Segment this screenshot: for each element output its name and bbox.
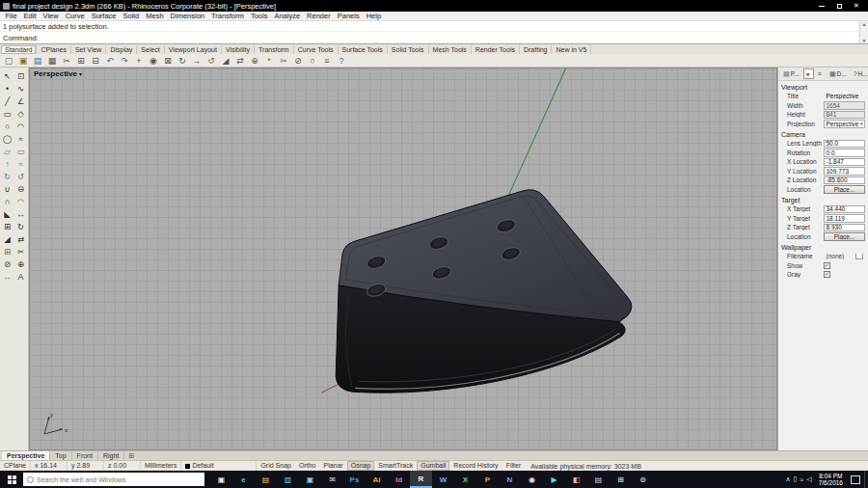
restore-button[interactable] xyxy=(830,0,848,12)
palette-tool-scale[interactable]: ◢ xyxy=(1,233,14,245)
toolbar-button-pan[interactable]: + xyxy=(132,55,146,67)
taskbar-app-paint[interactable]: ◧ xyxy=(565,471,587,488)
target-place-button[interactable]: Place... xyxy=(824,232,865,241)
toolbar-button-zoom-extents[interactable]: ⊠ xyxy=(161,55,175,67)
toolbar-button-trim[interactable]: ✂ xyxy=(277,55,290,67)
menu-item-curve[interactable]: Curve xyxy=(62,12,88,21)
palette-tool-circle[interactable]: ○ xyxy=(1,121,14,132)
toolbar-tab-new-in-v5[interactable]: New in V5 xyxy=(552,45,591,54)
palette-tool-chamfer[interactable]: ◣ xyxy=(1,208,14,220)
tray-icon-volume[interactable]: ◁ xyxy=(806,475,811,483)
palette-tool-mirror[interactable]: ⇄ xyxy=(14,233,27,245)
toolbar-button-mirror[interactable]: ⇄ xyxy=(233,55,247,67)
toolbar-button-hide[interactable]: ○ xyxy=(306,55,319,67)
toolbar-tab-curve-tools[interactable]: Curve Tools xyxy=(294,45,339,54)
menu-item-transform[interactable]: Transform xyxy=(208,12,248,21)
toolbar-tab-surface-tools[interactable]: Surface Tools xyxy=(339,45,388,54)
toolbar-tab-drafting[interactable]: Drafting xyxy=(520,45,553,54)
toolbar-button-layer-tools[interactable]: ≡ xyxy=(320,55,334,67)
units-indicator[interactable]: Millimeters xyxy=(141,461,181,471)
palette-tool-boolean-intersection[interactable]: ∩ xyxy=(1,196,14,207)
palette-tool-boolean-union[interactable]: ∪ xyxy=(1,183,14,195)
menu-item-mesh[interactable]: Mesh xyxy=(143,12,167,21)
palette-tool-select[interactable]: ↖ xyxy=(1,70,14,82)
viewport-canvas[interactable] xyxy=(30,68,776,449)
panel-tab-layers[interactable]: ≡ xyxy=(815,68,826,79)
toolbar-tab-viewport-layout[interactable]: Viewport Layout xyxy=(165,45,222,54)
taskbar-app-media-player[interactable]: ▶ xyxy=(543,471,565,488)
menu-item-edit[interactable]: Edit xyxy=(20,12,40,21)
toolbar-button-new-file[interactable]: ▢ xyxy=(2,55,15,67)
toolbar-button-redo[interactable]: ↷ xyxy=(118,55,131,67)
toolbar-button-scale[interactable]: ◢ xyxy=(219,55,232,67)
action-center-icon[interactable] xyxy=(851,475,860,484)
tray-icon-network[interactable]: ≈ xyxy=(800,476,803,483)
menu-item-view[interactable]: View xyxy=(40,12,62,21)
taskbar-app-store[interactable]: ▥ xyxy=(277,471,299,488)
menu-item-render[interactable]: Render xyxy=(304,12,335,21)
status-toggle-ortho[interactable]: Ortho xyxy=(295,461,320,471)
palette-tool-arc[interactable]: ◠ xyxy=(14,121,27,132)
cplane-selector[interactable]: CPlane xyxy=(0,461,31,471)
palette-tool-fillet[interactable]: ◠ xyxy=(14,196,27,207)
menu-item-help[interactable]: Help xyxy=(363,12,384,21)
palette-tool-boolean-difference[interactable]: ⊖ xyxy=(14,183,27,195)
start-button[interactable] xyxy=(0,471,23,488)
palette-tool-copy-object[interactable]: ⊞ xyxy=(1,221,14,232)
status-toggle-smarttrack[interactable]: SmartTrack xyxy=(374,461,417,471)
layer-indicator[interactable]: Default xyxy=(181,461,257,471)
toolbar-tab-standard[interactable]: Standard xyxy=(1,45,37,54)
toolbar-button-help[interactable]: ? xyxy=(335,55,348,67)
toolbar-button-zoom-window[interactable]: ◉ xyxy=(147,55,160,67)
search-input[interactable] xyxy=(37,476,201,483)
menu-item-analyze[interactable]: Analyze xyxy=(271,12,304,21)
toolbar-tab-render-tools[interactable]: Render Tools xyxy=(472,45,520,54)
toolbar-tab-cplanes[interactable]: CPlanes xyxy=(37,45,70,54)
palette-tool-ellipse[interactable]: ◯ xyxy=(1,133,14,145)
palette-tool-trim[interactable]: ✂ xyxy=(14,246,27,258)
scroll-up-icon[interactable]: ▲ xyxy=(862,21,867,27)
palette-tool-plane[interactable]: ▭ xyxy=(14,146,27,157)
palette-tool-select-window[interactable]: ⊡ xyxy=(14,70,27,82)
taskbar-app-onenote[interactable]: N xyxy=(499,471,521,488)
palette-tool-array[interactable]: ⊞ xyxy=(1,246,14,258)
taskbar-app-calculator[interactable]: ⊞ xyxy=(610,471,632,488)
tray-icon-hidden-icons[interactable]: ∧ xyxy=(785,475,790,483)
lens-length-input[interactable]: 50.0 xyxy=(824,140,865,149)
taskbar-app-settings[interactable]: ⊙ xyxy=(632,471,654,488)
toolbar-button-undo[interactable]: ↶ xyxy=(103,55,117,67)
taskbar-app-task-view[interactable]: ▣ xyxy=(210,471,232,488)
toolbar-button-move[interactable]: → xyxy=(190,55,203,67)
palette-tool-surface[interactable]: ▱ xyxy=(1,146,14,157)
toolbar-tab-select[interactable]: Select xyxy=(137,45,164,54)
close-button[interactable]: ✕ xyxy=(848,0,865,12)
viewport-tab-perspective[interactable]: Perspective xyxy=(2,451,50,461)
panel-tab-help[interactable]: ? H... xyxy=(851,68,868,79)
status-toggle-planar[interactable]: Planar xyxy=(319,461,346,471)
toolbar-button-rotate-view[interactable]: ↻ xyxy=(176,55,189,67)
toolbar-tab-set-view[interactable]: Set View xyxy=(71,45,107,54)
taskbar-app-illustrator[interactable]: Ai xyxy=(366,471,388,488)
tray-icon-battery[interactable]: ▯ xyxy=(794,475,798,483)
taskbar-app-notepad[interactable]: ▤ xyxy=(587,471,610,488)
palette-tool-dimension[interactable]: ↔ xyxy=(1,271,14,283)
projection-dropdown[interactable]: Perspective ▾ xyxy=(824,120,865,128)
rotation-input[interactable]: 0.0 xyxy=(824,149,865,157)
gray-checkbox[interactable]: ✓ xyxy=(824,271,830,278)
palette-tool-loft[interactable]: ≈ xyxy=(14,158,27,170)
toolbar-button-save[interactable]: ▤ xyxy=(31,55,44,67)
taskbar-app-indesign[interactable]: Id xyxy=(388,471,410,488)
toolbar-button-split[interactable]: ⊘ xyxy=(291,55,305,67)
status-toggle-osnap[interactable]: Osnap xyxy=(347,461,375,471)
palette-tool-point[interactable]: • xyxy=(1,83,14,95)
toolbar-tab-solid-tools[interactable]: Solid Tools xyxy=(388,45,429,54)
panel-tab-display[interactable]: ▦ D... xyxy=(827,68,850,79)
viewport-title-label[interactable]: Perspective ▾ xyxy=(34,69,82,78)
toolbar-tab-mesh-tools[interactable]: Mesh Tools xyxy=(429,45,472,54)
camera-place-button[interactable]: Place... xyxy=(824,185,865,194)
command-input[interactable] xyxy=(39,33,856,42)
taskbar-app-rhino[interactable]: R xyxy=(410,471,432,488)
toolbar-button-open-file[interactable]: ▣ xyxy=(16,55,30,67)
palette-tool-polygon[interactable]: ◇ xyxy=(14,108,27,120)
taskbar-app-word[interactable]: W xyxy=(432,471,454,488)
